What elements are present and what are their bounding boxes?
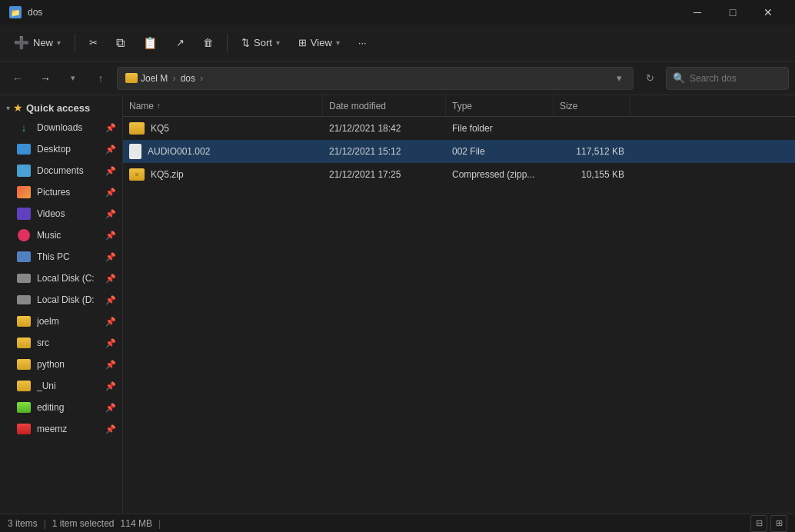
pin-icon-videos: 📌 [105, 209, 116, 219]
view-button[interactable]: ⊞ View ▾ [291, 32, 348, 53]
file-list-header: Name ↑ Date modified Type Size [123, 95, 795, 117]
file-list: KQ5 21/12/2021 18:42 File folder AUDIO00… [123, 117, 795, 514]
refresh-button[interactable]: ↻ [638, 67, 661, 90]
sidebar-item-documents[interactable]: Documents 📌 [0, 160, 122, 181]
file-type-zip: Compressed (zipp... [446, 163, 554, 186]
toolbar-sep-2 [227, 34, 228, 52]
sidebar-item-downloads[interactable]: ↓ Downloads 📌 [0, 117, 122, 138]
videos-icon [17, 207, 31, 221]
sort-icon: ⇅ [241, 37, 250, 48]
col-header-type[interactable]: Type [446, 95, 554, 116]
file-date-kq5: 21/12/2021 18:42 [323, 117, 446, 140]
delete-button[interactable]: 🗑 [195, 32, 221, 53]
table-row[interactable]: AUDIO001.002 21/12/2021 15:12 002 File 1… [123, 140, 795, 163]
sidebar: ▾ ★ Quick access ↓ Downloads 📌 Desktop 📌 [0, 95, 123, 514]
grid-view-toggle[interactable]: ⊞ [770, 515, 787, 532]
col-sort-arrow: ↑ [157, 101, 161, 110]
sidebar-item-editing[interactable]: editing 📌 [0, 397, 122, 418]
more-icon: ··· [358, 37, 367, 48]
dropdown-nav-button[interactable]: ▾ [62, 67, 85, 90]
forward-button[interactable]: → [34, 67, 57, 90]
search-box: 🔍 [666, 67, 789, 90]
more-button[interactable]: ··· [351, 32, 374, 53]
col-size-label: Size [560, 101, 577, 111]
up-button[interactable]: ↑ [89, 67, 112, 90]
file-area: Name ↑ Date modified Type Size KQ5 21/12… [123, 95, 795, 514]
close-button[interactable]: ✕ [750, 0, 786, 25]
status-sep-2: | [158, 518, 161, 529]
sidebar-item-videos[interactable]: Videos 📌 [0, 203, 122, 224]
share-button[interactable]: ↗ [168, 32, 192, 53]
maximize-button[interactable]: □ [715, 0, 750, 25]
file-size-zip: 10,155 KB [554, 163, 630, 186]
sidebar-src-label: src [37, 337, 99, 348]
sidebar-uni-label: _Uni [37, 381, 99, 391]
sidebar-item-uni[interactable]: _Uni 📌 [0, 375, 122, 397]
file-name-kq5: KQ5 [123, 117, 323, 140]
sidebar-item-joelm[interactable]: joelm 📌 [0, 311, 122, 332]
col-header-date[interactable]: Date modified [323, 95, 446, 116]
sidebar-joelm-label: joelm [37, 316, 99, 327]
sidebar-item-desktop[interactable]: Desktop 📌 [0, 138, 122, 160]
col-header-size[interactable]: Size [554, 95, 630, 116]
table-row[interactable]: ≡ KQ5.zip 21/12/2021 17:25 Compressed (z… [123, 163, 795, 186]
pin-icon-downloads: 📌 [105, 123, 116, 133]
doc-icon-audio [129, 144, 141, 159]
pin-icon-disk-d: 📌 [105, 295, 116, 305]
crumb-joelm: Joel M [141, 73, 168, 84]
pin-icon-uni: 📌 [105, 381, 116, 391]
crumb-sep-1: › [172, 72, 175, 84]
address-bar[interactable]: Joel M › dos › ▾ [117, 67, 634, 90]
new-dropdown-icon: ▾ [57, 38, 61, 47]
list-view-toggle[interactable]: ⊟ [750, 515, 767, 532]
new-label: New [33, 37, 53, 48]
copy-button[interactable]: ⧉ [108, 32, 132, 55]
sidebar-music-label: Music [37, 230, 99, 241]
sidebar-documents-label: Documents [37, 165, 99, 176]
sidebar-item-disk-d[interactable]: Local Disk (D: 📌 [0, 289, 122, 311]
cut-button[interactable]: ✂ [81, 32, 105, 53]
sidebar-editing-label: editing [37, 402, 99, 413]
downloads-icon: ↓ [17, 121, 31, 135]
crumb-sep-2: › [200, 72, 203, 84]
sidebar-pictures-label: Pictures [37, 187, 99, 198]
status-sep-1: | [44, 518, 46, 529]
sidebar-item-python[interactable]: python 📌 [0, 354, 122, 375]
pin-icon-disk-c: 📌 [105, 274, 116, 284]
new-button[interactable]: ➕ New ▾ [6, 31, 68, 55]
sidebar-item-pictures[interactable]: Pictures 📌 [0, 181, 122, 203]
src-folder-icon [17, 336, 31, 350]
pin-icon-joelm: 📌 [105, 317, 116, 327]
sidebar-thispc-label: This PC [37, 251, 99, 262]
file-size-audio: 117,512 KB [554, 140, 630, 163]
table-row[interactable]: KQ5 21/12/2021 18:42 File folder [123, 117, 795, 140]
address-dropdown-button[interactable]: ▾ [614, 71, 625, 85]
paste-button[interactable]: 📋 [135, 32, 165, 55]
quick-access-header[interactable]: ▾ ★ Quick access [0, 98, 122, 117]
disk-d-icon [17, 293, 31, 307]
sidebar-item-music[interactable]: Music 📌 [0, 224, 122, 246]
status-view-toggles: ⊟ ⊞ [750, 515, 787, 532]
joelm-folder-icon [17, 314, 31, 328]
back-button[interactable]: ← [6, 67, 29, 90]
selected-size: 114 MB [121, 518, 152, 529]
sidebar-item-disk-c[interactable]: Local Disk (C: 📌 [0, 268, 122, 289]
sort-dropdown-icon: ▾ [276, 38, 280, 47]
file-date-zip: 21/12/2021 17:25 [323, 163, 446, 186]
col-name-label: Name [129, 101, 154, 111]
pin-icon-thispc: 📌 [105, 252, 116, 262]
search-input[interactable] [690, 73, 782, 84]
minimize-button[interactable]: ─ [680, 0, 715, 25]
sidebar-item-src[interactable]: src 📌 [0, 332, 122, 354]
music-icon [17, 228, 31, 242]
sort-button[interactable]: ⇅ Sort ▾ [234, 32, 288, 53]
sidebar-disk-c-label: Local Disk (C: [37, 273, 99, 284]
sidebar-item-meemz[interactable]: meemz 📌 [0, 418, 122, 440]
uni-folder-icon [17, 379, 31, 393]
meemz-folder-icon [17, 422, 31, 436]
file-type-kq5: File folder [446, 117, 554, 140]
view-dropdown-icon: ▾ [336, 38, 340, 47]
col-header-name[interactable]: Name ↑ [123, 95, 323, 116]
sidebar-item-thispc[interactable]: This PC 📌 [0, 246, 122, 268]
paste-icon: 📋 [143, 36, 158, 50]
